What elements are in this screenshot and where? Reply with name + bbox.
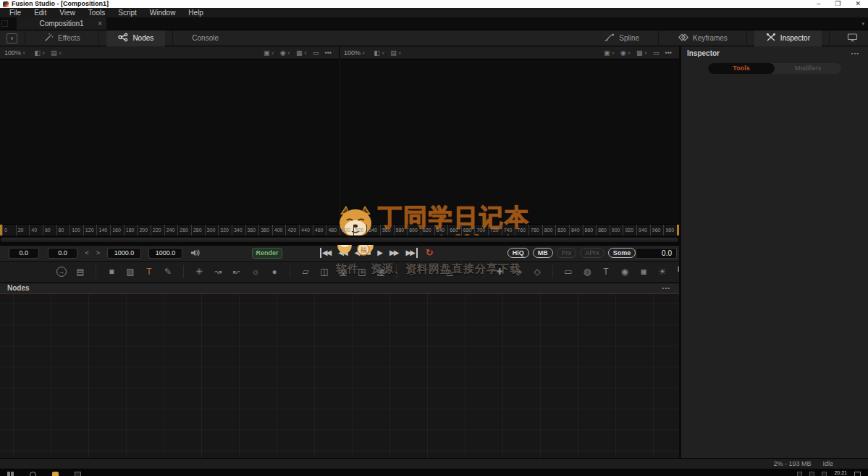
- spot-light-3d-tool-icon[interactable]: ☀: [657, 264, 668, 280]
- menu-help[interactable]: Help: [182, 8, 210, 17]
- keyframes-button[interactable]: Keyframes: [666, 30, 739, 46]
- tray-icon[interactable]: [809, 472, 814, 476]
- menu-script[interactable]: Script: [111, 8, 143, 17]
- skip-to-start-button[interactable]: ◀◀: [320, 248, 332, 258]
- right-viewer-zoom-select[interactable]: 100%∨: [344, 49, 365, 57]
- nodes-panel-menu-button[interactable]: •••: [662, 285, 679, 291]
- inspector-menu-button[interactable]: •••: [851, 50, 868, 57]
- left-viewer-roi-icon[interactable]: ▣∨: [264, 49, 274, 57]
- toolbar-separator: [25, 30, 25, 46]
- menu-edit[interactable]: Edit: [28, 8, 53, 17]
- taskbar-clock[interactable]: 20:21: [834, 470, 847, 475]
- timeline-ruler[interactable]: 0204060801001201401601802002202402602803…: [0, 224, 679, 235]
- console-button[interactable]: Console: [180, 30, 230, 46]
- node-editor-canvas[interactable]: [0, 294, 679, 459]
- blur-tool-icon[interactable]: ●: [269, 264, 280, 280]
- right-viewer-viewer-menu-icon[interactable]: •••: [665, 49, 672, 57]
- current-frame-field[interactable]: 0.0: [636, 248, 677, 259]
- taskbar-app-icon[interactable]: [75, 472, 81, 476]
- menu-tools[interactable]: Tools: [82, 8, 111, 17]
- tab-close-icon[interactable]: ×: [98, 20, 102, 28]
- color-curves-tool-icon[interactable]: ↝: [212, 264, 224, 280]
- right-viewer-lut-icon[interactable]: ◉∨: [620, 49, 631, 57]
- background-tool-icon[interactable]: ■: [106, 264, 117, 280]
- quality-some-button[interactable]: Some: [608, 248, 636, 258]
- tab-composition1[interactable]: Composition1 ×: [17, 17, 106, 30]
- clean-feed-button[interactable]: [837, 30, 868, 46]
- quality-prx-button[interactable]: Prx: [557, 248, 577, 258]
- search-icon[interactable]: [30, 472, 36, 476]
- brightness-contrast-tool-icon[interactable]: ☼: [250, 264, 261, 280]
- hue-curves-tool-icon[interactable]: ↜: [231, 264, 243, 280]
- notification-center-icon[interactable]: [854, 472, 861, 476]
- nodes-button[interactable]: Nodes: [106, 30, 165, 46]
- console-label: Console: [192, 34, 219, 42]
- saver-tool-icon[interactable]: ▤: [75, 264, 86, 280]
- text-plus-tool-icon[interactable]: T: [143, 264, 155, 280]
- file-explorer-icon[interactable]: [52, 472, 59, 476]
- planar-transform-tool-icon[interactable]: ◇: [531, 264, 543, 280]
- camera-3d-tool-icon[interactable]: ◙: [638, 264, 649, 280]
- timeline-scrollbar-thumb[interactable]: [1, 238, 678, 242]
- tab-tools[interactable]: Tools: [708, 63, 775, 74]
- paint-tool-icon[interactable]: ✎: [162, 264, 174, 280]
- tray-icon[interactable]: [822, 472, 827, 476]
- left-viewer-lut-icon[interactable]: ◉∨: [280, 49, 290, 57]
- left-viewer-checker-icon[interactable]: ▦∨: [296, 49, 307, 57]
- right-viewer-checker-icon[interactable]: ▦∨: [636, 49, 647, 57]
- menu-view[interactable]: View: [53, 8, 82, 17]
- shape-3d-tool-icon[interactable]: ◍: [581, 264, 593, 280]
- merge-3d-tool-icon[interactable]: ◉: [619, 264, 631, 280]
- inspector-button[interactable]: Inspector: [754, 30, 822, 46]
- left-viewer[interactable]: [0, 59, 340, 224]
- ruler-tick: 0: [2, 225, 16, 235]
- left-viewer-zoom-select[interactable]: 100%∨: [4, 49, 25, 57]
- audio-speaker-icon[interactable]: [190, 249, 200, 257]
- next-range-button[interactable]: >: [96, 249, 100, 256]
- left-viewer-fit-frame-icon[interactable]: ▭: [313, 49, 319, 57]
- render-start-field[interactable]: 0.0: [48, 248, 78, 259]
- render-button[interactable]: Render: [252, 248, 282, 259]
- statusbar: 2% - 193 MB Idle: [0, 458, 868, 468]
- timeline-scrollbar[interactable]: [0, 235, 679, 245]
- transform-tool-icon[interactable]: ▱: [300, 264, 311, 280]
- text-3d-tool-icon[interactable]: T: [600, 264, 612, 280]
- color-corrector-tool-icon[interactable]: ✳: [193, 264, 205, 280]
- tray-icon[interactable]: [797, 472, 802, 476]
- effects-button[interactable]: Effects: [33, 30, 91, 46]
- left-viewer-subview-icon[interactable]: ▤∨: [51, 49, 62, 57]
- left-viewer-split-view-icon[interactable]: ◧∨: [34, 49, 45, 57]
- tab-modifiers[interactable]: Modifiers: [775, 63, 841, 74]
- quality-mb-button[interactable]: MB: [533, 248, 553, 258]
- quality-aprx-button[interactable]: APrx: [580, 248, 604, 258]
- fastnoise-tool-icon[interactable]: ▨: [125, 264, 136, 280]
- menu-window[interactable]: Window: [143, 8, 182, 17]
- start-button-icon[interactable]: [7, 472, 14, 476]
- tab-overflow-icon[interactable]: ▾: [861, 21, 868, 27]
- render-end-field[interactable]: 1000.0: [107, 248, 141, 259]
- spline-button[interactable]: Spline: [593, 30, 651, 46]
- right-viewer[interactable]: [340, 59, 680, 224]
- minimize-button[interactable]: –: [817, 0, 820, 8]
- close-button[interactable]: ✕: [855, 0, 861, 8]
- maximize-button[interactable]: ❐: [835, 0, 840, 8]
- right-viewer-roi-icon[interactable]: ▣∨: [604, 49, 615, 57]
- prev-range-button[interactable]: <: [85, 249, 88, 256]
- ruler-tick: 400: [272, 225, 286, 235]
- global-start-field[interactable]: 0.0: [9, 248, 39, 259]
- panel-toggle-button[interactable]: ∨: [7, 33, 17, 43]
- nodes-panel-header: Nodes •••: [0, 283, 679, 294]
- window-title: Fusion Studio - [Composition1]: [12, 0, 109, 8]
- left-viewer-viewer-menu-icon[interactable]: •••: [325, 49, 332, 57]
- global-end-field[interactable]: 1000.0: [148, 248, 182, 259]
- right-viewer-split-view-icon[interactable]: ◧∨: [374, 49, 384, 57]
- menu-file[interactable]: File: [3, 8, 28, 17]
- ruler-tick: 740: [502, 225, 515, 235]
- ruler-tick: 540: [366, 225, 380, 235]
- right-viewer-fit-frame-icon[interactable]: ▭: [653, 49, 660, 57]
- loader-tool-icon[interactable]: →: [56, 267, 67, 277]
- merge-tool-icon[interactable]: ◫: [319, 264, 330, 280]
- image-plane-3d-tool-icon[interactable]: ▭: [562, 264, 574, 280]
- right-viewer-subview-icon[interactable]: ▤∨: [390, 49, 401, 57]
- fusion-app-icon: [3, 1, 9, 7]
